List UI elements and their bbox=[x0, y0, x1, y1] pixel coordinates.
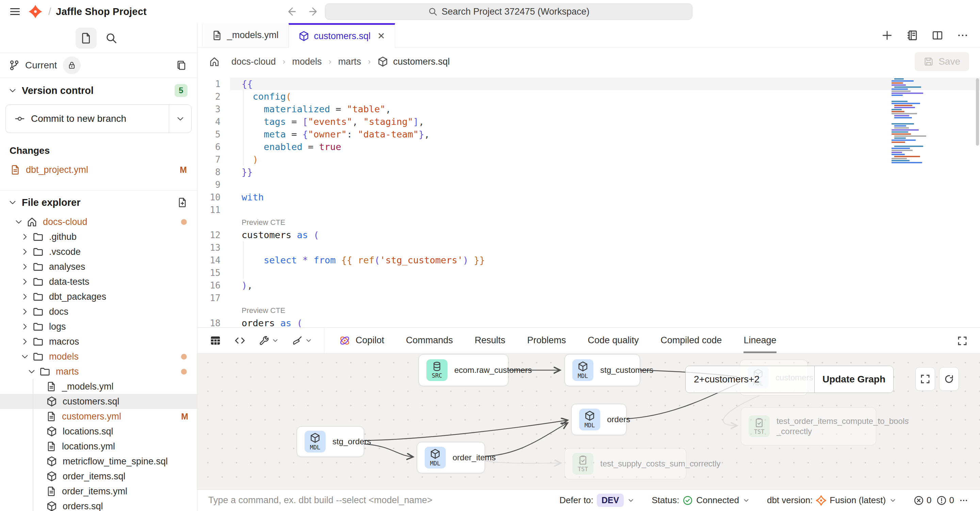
commit-options-dropdown[interactable] bbox=[169, 105, 191, 133]
results-table-icon[interactable] bbox=[210, 335, 221, 346]
dbt-version-dropdown[interactable]: dbt version: Fusion (latest) bbox=[767, 495, 897, 506]
lineage-node-orders[interactable]: MDL orders bbox=[571, 404, 627, 435]
file-name: .vscode bbox=[49, 247, 81, 257]
chevron-right-icon[interactable] bbox=[20, 247, 30, 256]
commit-to-new-branch-button[interactable]: Commit to new branch bbox=[6, 105, 169, 133]
file-tree-item--models-yml[interactable]: _models.yml bbox=[0, 379, 197, 394]
panel-tab-results[interactable]: Results bbox=[475, 328, 505, 353]
files-view-button[interactable] bbox=[76, 27, 97, 49]
file-tree-item-customers-sql[interactable]: customers.sql bbox=[0, 394, 197, 409]
project-name[interactable]: Jaffle Shop Project bbox=[56, 6, 146, 18]
file-tree-item-logs[interactable]: logs bbox=[0, 319, 197, 334]
more-options-icon[interactable] bbox=[957, 30, 969, 41]
mdl-badge: MDL bbox=[579, 409, 600, 430]
lineage-refresh-button[interactable] bbox=[939, 367, 959, 391]
file-name: docs bbox=[49, 307, 68, 317]
breadcrumb-item[interactable]: models bbox=[292, 56, 322, 67]
warning-count[interactable]: 0 bbox=[937, 495, 954, 506]
file-tree-item-models[interactable]: models bbox=[0, 349, 197, 364]
breadcrumb-item[interactable]: marts bbox=[338, 56, 361, 67]
panel-tab-problems[interactable]: Problems bbox=[527, 328, 566, 353]
file-tree-item--github[interactable]: .github bbox=[0, 229, 197, 244]
lineage-fullscreen-button[interactable] bbox=[915, 367, 935, 391]
format-icon[interactable] bbox=[292, 335, 312, 346]
back-icon[interactable] bbox=[285, 6, 297, 18]
version-control-header[interactable]: Version control 5 bbox=[0, 78, 197, 103]
panel-tab-lineage[interactable]: Lineage bbox=[743, 328, 776, 353]
editor-scrollbar[interactable] bbox=[976, 78, 979, 146]
file-tree-item-locations-sql[interactable]: locations.sql bbox=[0, 424, 197, 439]
lineage-node-order-items[interactable]: MDL order_items bbox=[417, 442, 485, 473]
file-tree-item-docs-cloud[interactable]: docs-cloud bbox=[0, 214, 197, 229]
panel-tab-compiled-code[interactable]: Compiled code bbox=[660, 328, 722, 353]
file-tree-item--vscode[interactable]: .vscode bbox=[0, 244, 197, 259]
file-tree-item-docs[interactable]: docs bbox=[0, 304, 197, 319]
breadcrumb-item[interactable]: customers.sql bbox=[393, 56, 450, 67]
chevron-down-icon[interactable] bbox=[20, 352, 30, 361]
lineage-node-test-supply-costs[interactable]: TST test_supply_costs_sum_correctly bbox=[565, 448, 686, 479]
file-tree-item-macros[interactable]: macros bbox=[0, 334, 197, 349]
editor-tab-customers-sql[interactable]: customers.sql✕ bbox=[288, 23, 395, 48]
copy-branch-icon[interactable] bbox=[176, 60, 187, 71]
panel-tab-commands[interactable]: Commands bbox=[406, 328, 453, 353]
file-tree-item-marts[interactable]: marts bbox=[0, 364, 197, 379]
search-icon bbox=[428, 7, 438, 16]
hamburger-menu-icon[interactable] bbox=[8, 5, 22, 18]
lineage-node-ecom-raw-customers[interactable]: SRC ecom.raw_customers bbox=[418, 354, 508, 386]
lineage-node-stg-orders[interactable]: MDL stg_orders bbox=[297, 426, 364, 457]
expand-panel-icon[interactable] bbox=[957, 328, 968, 354]
forward-icon[interactable] bbox=[308, 6, 320, 18]
preview-cte-lens[interactable]: Preview CTE bbox=[230, 218, 285, 227]
chevron-right-icon[interactable] bbox=[20, 337, 30, 346]
panel-tab-code-quality[interactable]: Code quality bbox=[588, 328, 639, 353]
file-tree-item-analyses[interactable]: analyses bbox=[0, 259, 197, 274]
file-tree-item-order-items-yml[interactable]: order_items.yml bbox=[0, 484, 197, 499]
lineage-node-stg-customers[interactable]: MDL stg_customers bbox=[565, 354, 640, 386]
editor-tab--models-yml[interactable]: _models.yml bbox=[202, 23, 288, 47]
code-icon[interactable] bbox=[234, 335, 246, 346]
branch-selector[interactable]: Current bbox=[0, 53, 197, 78]
chevron-down-icon[interactable] bbox=[27, 367, 37, 376]
preview-cte-lens[interactable]: Preview CTE bbox=[230, 306, 285, 315]
save-button[interactable]: Save bbox=[915, 52, 969, 71]
file-tree-item-orders-sql[interactable]: orders.sql bbox=[0, 499, 197, 511]
file-explorer-header[interactable]: File explorer bbox=[0, 191, 197, 214]
file-tree-item-dbt-packages[interactable]: dbt_packages bbox=[0, 289, 197, 304]
command-input[interactable]: Type a command, ex. dbt build --select <… bbox=[197, 495, 559, 506]
update-graph-button[interactable]: Update Graph bbox=[814, 366, 893, 393]
status-more-icon[interactable] bbox=[959, 496, 969, 505]
new-tab-icon[interactable] bbox=[881, 30, 893, 41]
notebook-icon[interactable] bbox=[907, 30, 918, 41]
chevron-right-icon[interactable] bbox=[20, 277, 30, 286]
file-tree-item-order-items-sql[interactable]: order_items.sql bbox=[0, 469, 197, 484]
project-search-input[interactable]: Search Project 372475 (Workspace) bbox=[325, 3, 692, 20]
chevron-down-icon[interactable] bbox=[14, 217, 24, 226]
chevron-right-icon[interactable] bbox=[20, 292, 30, 301]
close-tab-icon[interactable]: ✕ bbox=[377, 30, 385, 41]
minimap[interactable] bbox=[890, 78, 942, 167]
file-tree-item-locations-yml[interactable]: locations.yml bbox=[0, 439, 197, 454]
chevron-right-icon[interactable] bbox=[20, 232, 30, 241]
code-editor[interactable]: 1{{2 config(3 materialized = "table",4 t… bbox=[197, 75, 980, 327]
lineage-selector-input[interactable]: 2+customers+2 bbox=[686, 366, 814, 393]
lineage-canvas[interactable]: SRC ecom.raw_customers MDL stg_customers… bbox=[197, 353, 980, 490]
lineage-node-test-order-items[interactable]: TST test_order_items_compute_to_bools _c… bbox=[741, 407, 876, 445]
panel-tab-copilot[interactable]: Copilot bbox=[339, 328, 384, 353]
file-tree-item-metricflow-time-spine-sql[interactable]: metricflow_time_spine.sql bbox=[0, 454, 197, 469]
breadcrumb-item[interactable]: docs-cloud bbox=[231, 56, 276, 67]
error-count[interactable]: 0 bbox=[914, 495, 931, 506]
build-tools-icon[interactable] bbox=[259, 335, 279, 346]
changed-file-row[interactable]: dbt_project.yml M bbox=[0, 161, 197, 178]
file-tree-item-data-tests[interactable]: data-tests bbox=[0, 274, 197, 289]
search-view-button[interactable] bbox=[101, 27, 122, 49]
chevron-right-icon[interactable] bbox=[20, 262, 30, 271]
code-line-14: 14 select * from {{ ref('stg_customers')… bbox=[197, 254, 980, 266]
connection-status-dropdown[interactable]: Status: Connected bbox=[652, 495, 750, 506]
file-tree-item-customers-yml[interactable]: customers.ymlM bbox=[0, 409, 197, 424]
chevron-right-icon[interactable] bbox=[20, 322, 30, 331]
top-bar: / Jaffle Shop Project Search Project 372… bbox=[0, 0, 980, 23]
chevron-right-icon[interactable] bbox=[20, 307, 30, 316]
defer-to-dropdown[interactable]: Defer to: DEV bbox=[559, 493, 635, 507]
new-file-icon[interactable] bbox=[177, 197, 188, 207]
split-editor-icon[interactable] bbox=[932, 30, 943, 41]
